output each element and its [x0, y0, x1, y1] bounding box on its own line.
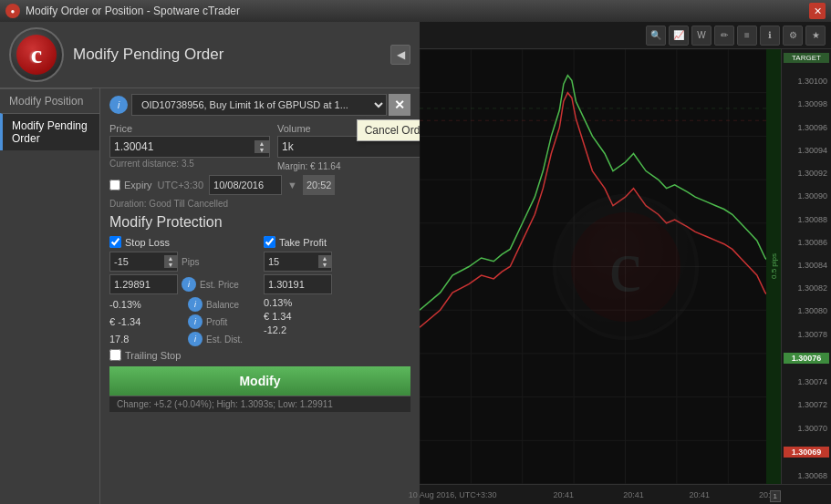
price-label-7: 1.30086 — [784, 238, 829, 247]
time-label-3: 20:41 — [689, 490, 710, 499]
left-panel: c Modify Pending Order ◀ Modify Position… — [0, 22, 420, 504]
sl-balance-row: -0.13% i Balance — [109, 297, 256, 312]
expiry-label: Expiry — [124, 180, 152, 190]
take-profit-label: Take Profit — [279, 237, 327, 248]
sl-estdist-info-icon: i — [188, 332, 203, 346]
form-section: i OID10738956, Buy Limit 1k of GBPUSD at… — [100, 88, 420, 504]
sl-pips-wrap: ▲ ▼ — [109, 252, 178, 272]
price-spin-btns: ▲ ▼ — [254, 140, 269, 153]
stop-loss-checkbox[interactable] — [109, 236, 121, 248]
chart-tool-w[interactable]: W — [691, 26, 712, 46]
chart-with-labels: c 0.5 pips TARGET 1.30100 1.30098 1.3009… — [420, 49, 831, 484]
chart-tool-gear[interactable]: ⚙ — [783, 26, 803, 46]
tp-pips-wrap: ▲ ▼ — [264, 252, 332, 272]
left-side-layout: Modify Position Modify Pending Order i O… — [0, 88, 420, 504]
stop-loss-check: Stop Loss — [109, 236, 256, 248]
panel-title: Modify Pending Order — [73, 46, 223, 64]
volume-input[interactable] — [278, 140, 420, 153]
tp-balance-value: 0.13% — [264, 297, 410, 308]
close-button[interactable]: ✕ — [809, 3, 826, 19]
target-label: TARGET — [784, 53, 829, 63]
chart-tool-pen[interactable]: ✏ — [714, 26, 734, 46]
sl-profit-row: € -1.34 i Profit — [109, 314, 256, 329]
trailing-stop-row: Trailing Stop — [109, 349, 256, 361]
sl-pips-down[interactable]: ▼ — [164, 262, 177, 268]
chart-tool-chart[interactable]: 📈 — [669, 26, 689, 46]
price-label-9: 1.30082 — [784, 283, 829, 293]
price-label-8: 1.30084 — [784, 261, 829, 270]
sl-pips-input[interactable] — [110, 256, 164, 267]
take-profit-check: Take Profit — [264, 236, 410, 248]
expiry-date-input[interactable] — [209, 175, 282, 195]
trailing-stop-checkbox[interactable] — [109, 349, 121, 361]
price-group: Price ▲ ▼ Current distance: 3.5 — [109, 123, 270, 171]
tp-profit-row: € 1.34 — [264, 311, 410, 322]
chart-tool-zoom[interactable]: 🔍 — [646, 26, 666, 46]
price-input-wrap: ▲ ▼ — [109, 136, 270, 158]
price-label-3: 1.30094 — [784, 146, 829, 155]
window-title: Modify Order or Position - Spotware cTra… — [26, 5, 809, 17]
expiry-time: 20:52 — [303, 175, 336, 195]
expiry-check-label: Expiry — [109, 180, 152, 190]
app-icon: ● — [5, 4, 20, 18]
sl-estprice-input[interactable] — [110, 279, 177, 290]
modify-button[interactable]: Modify — [109, 366, 410, 396]
expiry-time-sep: ▼ — [287, 180, 297, 190]
time-labels: 10 Aug 2016, UTC+3:30 20:41 20:41 20:41 … — [420, 484, 831, 504]
chart-tool-list[interactable]: ≡ — [737, 26, 757, 46]
nav-sidebar: Modify Position Modify Pending Order — [0, 88, 100, 504]
chart-tool-info[interactable]: ℹ — [760, 26, 780, 46]
price-label-green: 1.30076 — [784, 353, 829, 364]
sl-estdist-label: Est. Dist. — [206, 334, 256, 345]
price-down-btn[interactable]: ▼ — [254, 147, 269, 153]
price-label-0: 1.30100 — [784, 77, 829, 86]
tp-pips-row: ▲ ▼ — [264, 252, 410, 272]
tp-pips-input[interactable] — [265, 256, 318, 267]
collapse-button[interactable]: ◀ — [390, 45, 410, 65]
logo-letter: c — [31, 40, 42, 69]
price-input[interactable] — [110, 140, 254, 153]
sl-profit-info-icon: i — [188, 314, 203, 329]
time-label-0: 10 Aug 2016, UTC+3:30 — [409, 490, 497, 499]
order-info-icon: i — [109, 96, 128, 114]
price-up-btn[interactable]: ▲ — [254, 140, 269, 147]
main-container: c Modify Pending Order ◀ Modify Position… — [0, 22, 831, 504]
tp-estprice-row — [264, 274, 410, 294]
take-profit-col: Take Profit ▲ ▼ — [264, 236, 410, 361]
nav-modify-position[interactable]: Modify Position — [0, 88, 92, 113]
protection-row: Stop Loss ▲ ▼ Pips — [109, 236, 410, 361]
tp-estdist-value: -12.2 — [264, 324, 410, 335]
sl-balance-info-icon: i — [188, 297, 203, 312]
chart-tool-star[interactable]: ★ — [805, 26, 826, 46]
sl-estdist-row: 17.8 i Est. Dist. — [109, 332, 256, 346]
sl-pips-up[interactable]: ▲ — [164, 255, 177, 262]
sl-estprice-info-icon: i — [182, 277, 196, 292]
title-bar: ● Modify Order or Position - Spotware cT… — [0, 0, 831, 22]
sl-estprice-label: Est. Price — [200, 280, 250, 290]
cancel-order-button[interactable]: ✕ — [389, 94, 410, 116]
expiry-checkbox[interactable] — [109, 180, 120, 190]
price-labels: TARGET 1.30100 1.30098 1.30096 1.30094 1… — [781, 49, 831, 484]
take-profit-checkbox[interactable] — [264, 236, 275, 248]
expiry-row: Expiry UTC+3:30 ▼ 20:52 — [109, 175, 410, 195]
sl-estprice-wrap — [109, 274, 178, 294]
nav-modify-pending-order[interactable]: Modify Pending Order — [0, 113, 99, 150]
sl-pips-spin: ▲ ▼ — [164, 255, 177, 268]
chart-toolbar: 🔍 📈 W ✏ ≡ ℹ ⚙ ★ — [420, 22, 831, 49]
order-dropdown[interactable]: OID10738956, Buy Limit 1k of GBPUSD at 1… — [131, 94, 387, 116]
time-label-2: 20:41 — [623, 490, 644, 499]
sl-balance-label: Balance — [206, 300, 256, 310]
trailing-stop-label: Trailing Stop — [125, 350, 181, 361]
stop-loss-label: Stop Loss — [125, 237, 170, 248]
expiry-timezone: UTC+3:30 — [158, 180, 203, 190]
tp-estprice-input[interactable] — [265, 279, 331, 290]
price-label-6: 1.30088 — [784, 215, 829, 224]
tp-pips-up[interactable]: ▲ — [318, 255, 331, 262]
pips-label: 0.5 pips — [766, 49, 781, 484]
sl-profit-value: € -1.34 — [109, 316, 184, 327]
tp-pips-down[interactable]: ▼ — [318, 262, 331, 268]
price-label-12: 1.30074 — [784, 377, 829, 386]
price-label: Price — [109, 123, 270, 134]
price-label-10: 1.30080 — [784, 306, 829, 315]
tp-balance-row: 0.13% — [264, 297, 410, 308]
